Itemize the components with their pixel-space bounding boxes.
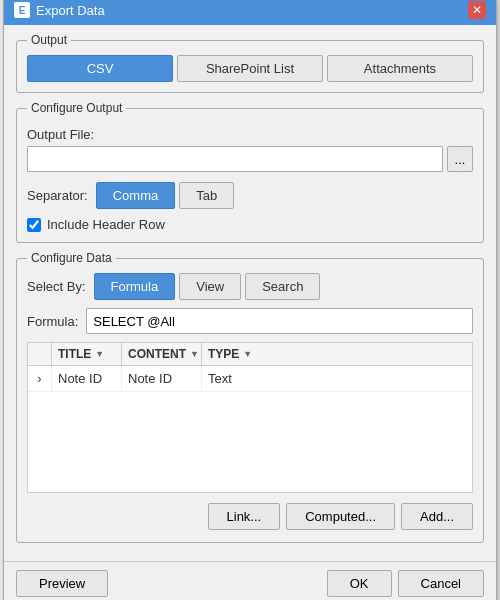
table-header: TITLE ▼ CONTENT ▼ TYPE ▼ <box>28 343 472 366</box>
footer-right-buttons: OK Cancel <box>327 570 484 597</box>
output-file-input[interactable] <box>27 146 443 172</box>
output-sharepoint-button[interactable]: SharePoint List <box>177 55 323 82</box>
export-data-dialog: E Export Data ✕ Output CSV SharePoint Li… <box>3 0 497 600</box>
content-cell: Note ID <box>122 366 202 391</box>
title-cell: Note ID <box>52 366 122 391</box>
title-sort-icon: ▼ <box>95 349 104 359</box>
output-attachments-button[interactable]: Attachments <box>327 55 473 82</box>
configure-data-section: Configure Data Select By: Formula View S… <box>16 251 484 543</box>
output-buttons: CSV SharePoint List Attachments <box>27 55 473 82</box>
content-column-header[interactable]: CONTENT ▼ <box>122 343 202 365</box>
select-by-label: Select By: <box>27 279 86 294</box>
configure-output-legend: Configure Output <box>27 101 126 115</box>
table-empty-area <box>28 392 472 492</box>
formula-button[interactable]: Formula <box>94 273 176 300</box>
title-bar-left: E Export Data <box>14 2 105 18</box>
title-bar: E Export Data ✕ <box>4 0 496 25</box>
output-csv-button[interactable]: CSV <box>27 55 173 82</box>
formula-input[interactable] <box>86 308 473 334</box>
configure-output-section: Configure Output Output File: ... Separa… <box>16 101 484 243</box>
output-file-label: Output File: <box>27 127 94 142</box>
formula-row: Formula: <box>27 308 473 334</box>
data-table: TITLE ▼ CONTENT ▼ TYPE ▼ › Note ID No <box>27 342 473 493</box>
separator-row: Separator: Comma Tab <box>27 182 473 209</box>
dialog-icon: E <box>14 2 30 18</box>
preview-button[interactable]: Preview <box>16 570 108 597</box>
action-buttons: Link... Computed... Add... <box>27 499 473 532</box>
cancel-button[interactable]: Cancel <box>398 570 484 597</box>
separator-label: Separator: <box>27 188 88 203</box>
output-section: Output CSV SharePoint List Attachments <box>16 33 484 93</box>
tab-button[interactable]: Tab <box>179 182 234 209</box>
add-button[interactable]: Add... <box>401 503 473 530</box>
computed-button[interactable]: Computed... <box>286 503 395 530</box>
dialog-footer: Preview OK Cancel <box>4 561 496 600</box>
select-by-row: Select By: Formula View Search <box>27 273 473 300</box>
link-button[interactable]: Link... <box>208 503 281 530</box>
dialog-title: Export Data <box>36 3 105 18</box>
include-header-checkbox[interactable] <box>27 218 41 232</box>
dialog-body: Output CSV SharePoint List Attachments C… <box>4 25 496 561</box>
separator-buttons: Comma Tab <box>96 182 234 209</box>
type-sort-icon: ▼ <box>243 349 252 359</box>
type-column-header[interactable]: TYPE ▼ <box>202 343 472 365</box>
search-button[interactable]: Search <box>245 273 320 300</box>
browse-button[interactable]: ... <box>447 146 473 172</box>
configure-data-legend: Configure Data <box>27 251 116 265</box>
select-by-buttons: Formula View Search <box>94 273 321 300</box>
expand-header <box>28 343 52 365</box>
view-button[interactable]: View <box>179 273 241 300</box>
file-input-row: ... <box>27 146 473 172</box>
content-sort-icon: ▼ <box>190 349 199 359</box>
table-row[interactable]: › Note ID Note ID Text <box>28 366 472 392</box>
row-expand-icon: › <box>28 366 52 391</box>
output-legend: Output <box>27 33 71 47</box>
close-button[interactable]: ✕ <box>468 1 486 19</box>
title-column-header[interactable]: TITLE ▼ <box>52 343 122 365</box>
formula-label: Formula: <box>27 314 78 329</box>
comma-button[interactable]: Comma <box>96 182 176 209</box>
ok-button[interactable]: OK <box>327 570 392 597</box>
output-file-row: Output File: <box>27 127 473 142</box>
include-header-label: Include Header Row <box>47 217 165 232</box>
type-cell: Text <box>202 366 472 391</box>
include-header-row: Include Header Row <box>27 217 473 232</box>
